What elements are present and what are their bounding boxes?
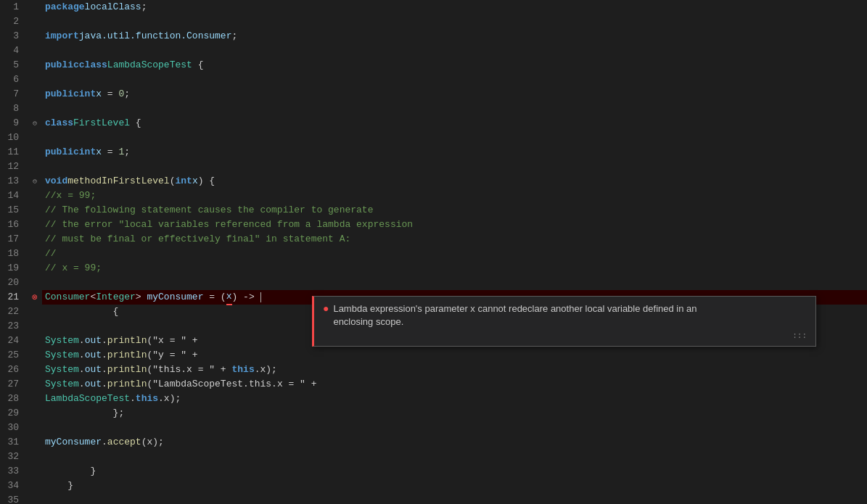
keyword-token: public — [45, 87, 79, 102]
cursor — [260, 292, 261, 302]
gutter-24 — [29, 334, 41, 348]
line-number-20: 20 — [0, 276, 23, 290]
code-line-5: public class LambdaScopeTest { — [42, 58, 867, 73]
line-number-29: 29 — [0, 406, 23, 421]
line-number-8: 8 — [0, 102, 23, 116]
gutter-10 — [29, 131, 41, 145]
line-number-24: 24 — [0, 334, 23, 348]
gutter-21: ⊗ — [29, 290, 41, 305]
code-line-34: } — [42, 479, 867, 493]
gutter-1 — [29, 0, 41, 15]
gutter-23 — [29, 319, 41, 334]
gutter-17 — [29, 232, 41, 247]
gutter-15 — [29, 203, 41, 218]
code-line-28: LambdaScopeTest.this.x); — [42, 392, 867, 406]
gutter-9: ⊖ — [29, 116, 41, 131]
gutter-30 — [29, 421, 41, 435]
line-number-14: 14 — [0, 189, 23, 203]
line-number-11: 11 — [0, 145, 23, 160]
gutter-6 — [29, 73, 41, 87]
code-line-30 — [42, 421, 867, 435]
keyword-token: import — [45, 29, 79, 44]
line-number-3: 3 — [0, 29, 23, 44]
code-content[interactable]: package localClass;import java.util.func… — [42, 0, 867, 504]
code-editor[interactable]: 1234567891011121314151617181920212223242… — [0, 0, 867, 504]
code-line-12 — [42, 160, 867, 174]
error-token: x — [226, 289, 232, 305]
line-number-4: 4 — [0, 44, 23, 58]
type-token: System — [45, 348, 79, 363]
method-token: accept — [107, 435, 141, 450]
fold-icon[interactable]: ⊖ — [33, 119, 37, 128]
gutter-31 — [29, 435, 41, 450]
this-keyword-token: this — [136, 392, 158, 406]
line-number-34: 34 — [0, 479, 23, 493]
gutter-29 — [29, 406, 41, 421]
line-number-27: 27 — [0, 377, 23, 392]
gutter-19 — [29, 261, 41, 276]
type-token: System — [45, 363, 79, 377]
line-number-9: 9 — [0, 116, 23, 131]
field-token: x — [96, 145, 102, 160]
gutter-22 — [29, 305, 41, 319]
gutter-18 — [29, 247, 41, 261]
code-line-4 — [42, 44, 867, 58]
gutter-20 — [29, 276, 41, 290]
code-line-27: System.out.println("LambdaScopeTest.this… — [42, 377, 867, 392]
keyword-token: class — [79, 58, 107, 73]
line-number-17: 17 — [0, 232, 23, 247]
field-token: x — [192, 174, 198, 189]
error-gutter-icon: ⊗ — [32, 292, 38, 303]
line-number-30: 30 — [0, 421, 23, 435]
code-line-32 — [42, 450, 867, 464]
type-token: LambdaScopeTest — [107, 58, 192, 73]
number-token: 1 — [118, 145, 124, 160]
gutter-16 — [29, 218, 41, 232]
keyword-token: class — [45, 116, 73, 131]
field-token: out — [85, 334, 102, 348]
gutter-28 — [29, 392, 41, 406]
method-token: println — [107, 348, 147, 363]
gutter: ⊖⊖⊗ — [29, 0, 42, 504]
comment-token: // the error "local variables referenced… — [45, 218, 413, 232]
fold-icon[interactable]: ⊖ — [33, 177, 37, 186]
gutter-26 — [29, 363, 41, 377]
tooltip-more-button[interactable]: ::: — [792, 331, 807, 340]
type-token: LambdaScopeTest — [45, 392, 130, 406]
method-token: println — [107, 334, 147, 348]
line-number-18: 18 — [0, 247, 23, 261]
gutter-5 — [29, 58, 41, 73]
line-number-13: 13 — [0, 174, 23, 189]
package-token: localClass — [85, 0, 141, 15]
code-area: 1234567891011121314151617181920212223242… — [0, 0, 867, 504]
code-line-16: // the error "local variables referenced… — [42, 218, 867, 232]
keyword-token: void — [45, 174, 67, 189]
type-token: FirstLevel — [73, 116, 130, 131]
field-token: myConsumer — [147, 290, 203, 305]
comment-token: //x = 99; — [45, 189, 96, 203]
keyword-token: int — [79, 87, 96, 102]
field-token: out — [85, 363, 102, 377]
method-token: println — [107, 377, 147, 392]
error-tooltip-error-icon: ● — [323, 303, 329, 315]
keyword-token: package — [45, 0, 85, 15]
line-number-26: 26 — [0, 363, 23, 377]
error-tooltip-footer: ::: — [323, 331, 807, 340]
line-number-32: 32 — [0, 450, 23, 464]
gutter-27 — [29, 377, 41, 392]
line-number-15: 15 — [0, 203, 23, 218]
this-keyword-token: this — [231, 363, 254, 377]
method-token: println — [107, 363, 147, 377]
gutter-32 — [29, 450, 41, 464]
code-line-3: import java.util.function.Consumer; — [42, 29, 867, 44]
line-number-12: 12 — [0, 160, 23, 174]
keyword-token: public — [45, 58, 79, 73]
line-number-31: 31 — [0, 435, 23, 450]
code-line-35 — [42, 493, 867, 504]
line-number-33: 33 — [0, 464, 23, 479]
number-token: 0 — [118, 87, 124, 102]
gutter-33 — [29, 464, 41, 479]
line-number-25: 25 — [0, 348, 23, 363]
field-token: myConsumer — [45, 435, 102, 450]
keyword-token: public — [45, 145, 79, 160]
